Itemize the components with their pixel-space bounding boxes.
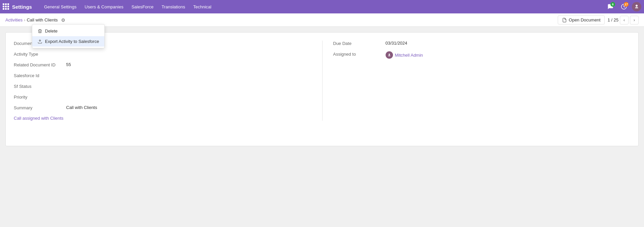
app-title: Settings: [12, 4, 32, 10]
form-grid: Document n Khetade Activity Type Related…: [14, 41, 630, 121]
navbar-right: 6 17: [605, 1, 641, 12]
nav-salesforce[interactable]: SalesForce: [128, 0, 158, 13]
assigned-user-name[interactable]: Mitchell Admin: [395, 53, 423, 58]
field-activity-type: Activity Type: [14, 51, 311, 57]
summary-value: Call with Clients: [66, 105, 97, 110]
field-assigned-to: Assigned to Mitchell Admin: [333, 51, 631, 59]
open-document-label: Open Document: [569, 17, 601, 22]
field-summary: Summary Call with Clients: [14, 105, 311, 110]
breadcrumb-parent[interactable]: Activities: [5, 17, 22, 22]
export-salesforce-label: Export Activity to Salesforce: [45, 39, 99, 44]
prev-page-button[interactable]: ‹: [620, 16, 629, 24]
nav-translations[interactable]: Translations: [157, 0, 189, 13]
summary-note[interactable]: Call assigned with Clients: [14, 116, 311, 121]
priority-label: Priority: [14, 94, 61, 100]
field-sf-status: Sf Status: [14, 83, 311, 89]
related-doc-id-value: 55: [66, 62, 71, 67]
due-date-value: 03/31/2024: [386, 41, 407, 46]
activity-badge: 17: [624, 2, 629, 7]
chat-badge: 6: [610, 2, 615, 7]
assigned-to-label: Assigned to: [333, 51, 380, 57]
field-priority: Priority: [14, 94, 311, 100]
trash-icon: [38, 29, 42, 34]
delete-label: Delete: [45, 29, 58, 34]
summary-label: Summary: [14, 105, 61, 110]
chat-icon-btn[interactable]: 6: [605, 1, 616, 12]
breadcrumb: Activities › Call with Clients ⚙: [5, 17, 66, 23]
nav-users-companies[interactable]: Users & Companies: [81, 0, 128, 13]
sf-status-label: Sf Status: [14, 83, 61, 89]
assigned-user-avatar: [386, 51, 393, 59]
salesforce-id-label: Salesforce Id: [14, 73, 61, 78]
field-salesforce-id: Salesforce Id: [14, 73, 311, 78]
field-due-date: Due Date 03/31/2024: [333, 41, 631, 46]
related-doc-id-label: Related Document ID: [14, 62, 61, 67]
assigned-to-value-container: Mitchell Admin: [386, 51, 423, 59]
action-dropdown-menu: Delete Export Activity to Salesforce: [32, 24, 105, 48]
grid-icon[interactable]: [3, 3, 9, 10]
nav-general-settings[interactable]: General Settings: [40, 0, 81, 13]
open-document-button[interactable]: Open Document: [558, 15, 605, 24]
nav-technical[interactable]: Technical: [189, 0, 215, 13]
gear-button[interactable]: ⚙: [60, 17, 66, 23]
dropdown-delete[interactable]: Delete: [32, 26, 104, 36]
user-avatar-nav[interactable]: [632, 2, 641, 11]
main-nav: General Settings Users & Companies Sales…: [40, 0, 215, 13]
activity-type-label: Activity Type: [14, 51, 61, 57]
export-icon: [38, 39, 42, 44]
due-date-label: Due Date: [333, 41, 380, 46]
activity-icon-btn[interactable]: 17: [618, 1, 629, 12]
next-page-button[interactable]: ›: [630, 16, 639, 24]
navbar: Settings General Settings Users & Compan…: [0, 0, 644, 13]
form-right: Due Date 03/31/2024 Assigned to Mitchell…: [322, 41, 631, 121]
field-related-doc-id: Related Document ID 55: [14, 62, 311, 67]
breadcrumb-current: Call with Clients: [27, 17, 58, 22]
pagination-display: 1 / 25: [607, 17, 618, 22]
form-left: Document n Khetade Activity Type Related…: [14, 41, 322, 121]
form-card: Document n Khetade Activity Type Related…: [5, 32, 639, 146]
pagination: 1 / 25 ‹ ›: [607, 16, 639, 24]
breadcrumb-separator: ›: [24, 17, 25, 22]
dropdown-export-salesforce[interactable]: Export Activity to Salesforce: [32, 36, 104, 47]
